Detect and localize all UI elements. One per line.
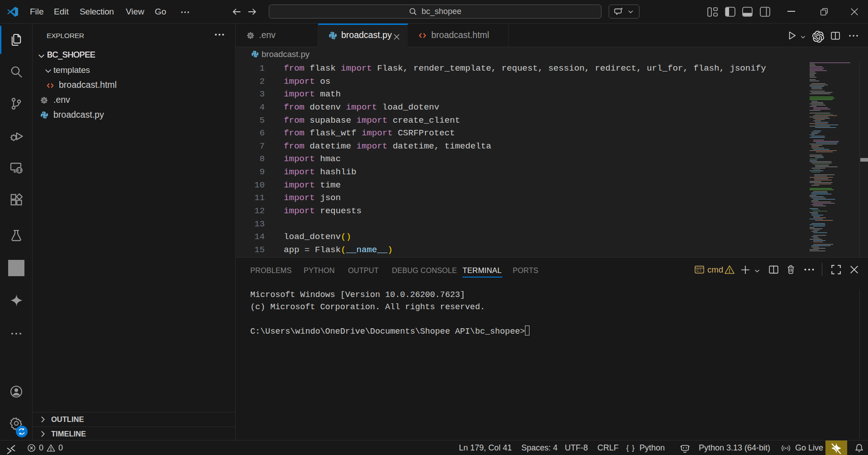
svg-text:C:\: C:\ <box>696 268 702 273</box>
